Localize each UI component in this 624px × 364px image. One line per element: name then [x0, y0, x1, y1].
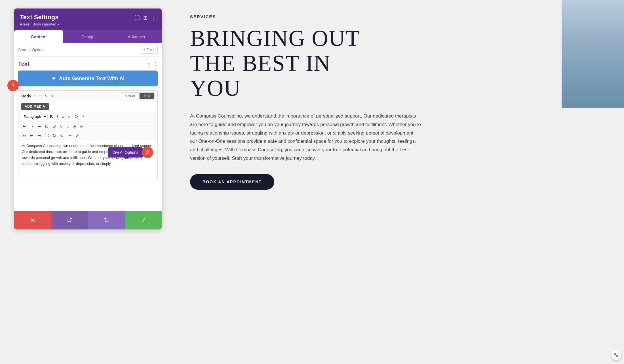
resize-handle[interactable]: ⤡	[611, 350, 621, 360]
search-bar: + Filter	[14, 43, 162, 57]
tab-design[interactable]: Design	[63, 30, 112, 43]
services-label: SERVICES	[190, 14, 601, 19]
link-button[interactable]: ⛓	[73, 113, 80, 120]
align-justify-button[interactable]: ⊟	[43, 123, 50, 129]
cancel-button[interactable]: ✕	[14, 211, 51, 229]
text-tab[interactable]: Text	[139, 92, 155, 99]
add-media-bar: ADD MEDIA	[18, 101, 157, 112]
special-chars-button[interactable]: Ω	[51, 132, 57, 139]
text-color-button[interactable]: A	[71, 123, 77, 129]
step-badge-1: 1	[7, 80, 19, 91]
search-input[interactable]	[18, 48, 138, 52]
italic-button[interactable]: I	[55, 113, 60, 120]
bold-button[interactable]: B	[48, 113, 54, 120]
section-title: Text	[18, 61, 29, 67]
extra-button[interactable]: ⤢	[74, 132, 81, 139]
text-section-header: Text ∧ ⋮	[18, 61, 158, 67]
more-options-icon[interactable]: ⋮	[151, 15, 156, 21]
layout-icon[interactable]: ⊞	[143, 15, 147, 21]
panel-preset[interactable]: Preset: Body imported ▾	[20, 22, 135, 26]
book-appointment-button[interactable]: BOOK AN APPOINTMENT	[190, 174, 274, 190]
editor-top-icons: ? ▭ ↖ ↺ ⋮	[34, 94, 60, 98]
visual-tab[interactable]: Visual	[121, 92, 139, 99]
step-badge-2: 2	[142, 147, 153, 158]
main-content-area: SERVICES BRINGING OUT THE BEST IN YOU At…	[162, 0, 624, 364]
filter-button[interactable]: + Filter	[140, 46, 158, 54]
ordered-list-button[interactable]: #	[66, 113, 72, 120]
panel-title-group: Text Settings Preset: Body imported ▾	[20, 14, 135, 26]
toolbar-row-3: x₂ ⇤ ⇥ ⛶ Ω ☺ → ⤢	[18, 131, 157, 140]
ai-sparkle-icon: ✦	[51, 75, 56, 82]
cursor-icon[interactable]: ↖	[45, 94, 48, 98]
save-button[interactable]: ✓	[125, 211, 162, 229]
ocean-image	[562, 0, 624, 108]
undo-button[interactable]: ↺	[51, 211, 88, 229]
table-button[interactable]: ⊞	[51, 123, 58, 129]
more-icon[interactable]: ⋮	[56, 94, 60, 98]
text-settings-panel: Text Settings Preset: Body imported ▾ ⛶ …	[14, 8, 162, 229]
panel-header-icons: ⛶ ⊞ ⋮	[135, 15, 156, 21]
paragraph-format-select[interactable]: Paragraph	[21, 113, 48, 120]
device-icon[interactable]: ▭	[39, 94, 42, 98]
unordered-list-button[interactable]: ≡	[60, 113, 66, 120]
toolbar-row-1: Paragraph B I ≡ # ⛓ ❝	[18, 112, 157, 122]
collapse-section-icon[interactable]: ∧	[147, 61, 150, 67]
toolbar-row-2: ⬅ ↔ ➡ ⊟ ⊞ S U A ⎘	[18, 122, 157, 131]
panel-title: Text Settings	[20, 14, 135, 21]
editor-top-bar: Body ? ▭ ↖ ↺ ⋮ Visual Text	[18, 91, 157, 101]
text-editor: Body ? ▭ ↖ ↺ ⋮ Visual Text	[18, 90, 158, 180]
strikethrough-button[interactable]: S	[58, 123, 64, 129]
subscript-button[interactable]: x₂	[21, 132, 28, 139]
align-left-button[interactable]: ⬅	[21, 123, 28, 129]
add-media-button[interactable]: ADD MEDIA	[21, 103, 49, 110]
fullscreen-icon[interactable]: ⛶	[135, 15, 140, 21]
quote-button[interactable]: ❝	[81, 113, 86, 120]
indent-increase-button[interactable]: ⇥	[36, 132, 43, 139]
indent-decrease-button[interactable]: ⇤	[28, 132, 35, 139]
panel-bottom-bar: ✕ ↺ ↻ ✓	[14, 211, 162, 229]
arrow-button[interactable]: →	[66, 132, 73, 139]
emoji-button[interactable]: ☺	[58, 132, 65, 139]
help-icon[interactable]: ?	[34, 94, 36, 98]
preset-dropdown-arrow[interactable]: ▾	[58, 23, 59, 26]
panel-body: Text ∧ ⋮ ✦ Auto Generate Text With Al Bo…	[14, 57, 162, 211]
undo-icon[interactable]: ↺	[50, 94, 54, 98]
tab-content[interactable]: Content	[14, 30, 63, 43]
body-label: Body	[21, 94, 31, 98]
hero-corner-image	[562, 0, 624, 108]
redo-button[interactable]: ↻	[88, 211, 125, 229]
hero-heading: BRINGING OUT THE BEST IN YOU	[190, 26, 601, 101]
fullscreen-editor-button[interactable]: ⛶	[43, 132, 50, 139]
ai-generate-button[interactable]: ✦ Auto Generate Text With Al	[18, 71, 158, 86]
editor-mode-tabs: Visual Text	[121, 92, 155, 99]
copy-paste-button[interactable]: ⎘	[78, 123, 84, 129]
section-actions: ∧ ⋮	[147, 61, 158, 67]
panel-tabs: Content Design Advanced	[14, 30, 162, 43]
align-center-button[interactable]: ↔	[28, 123, 35, 129]
editor-content-area[interactable]: At Compass Counseling, we understand the…	[18, 140, 157, 180]
section-more-icon[interactable]: ⋮	[153, 61, 158, 67]
tab-advanced[interactable]: Advanced	[113, 30, 162, 43]
panel-header: Text Settings Preset: Body imported ▾ ⛶ …	[14, 8, 162, 30]
underline-button[interactable]: U	[65, 123, 71, 129]
align-right-button[interactable]: ➡	[36, 123, 43, 129]
hero-body-text: At Compass Counseling, we understand the…	[190, 112, 423, 163]
